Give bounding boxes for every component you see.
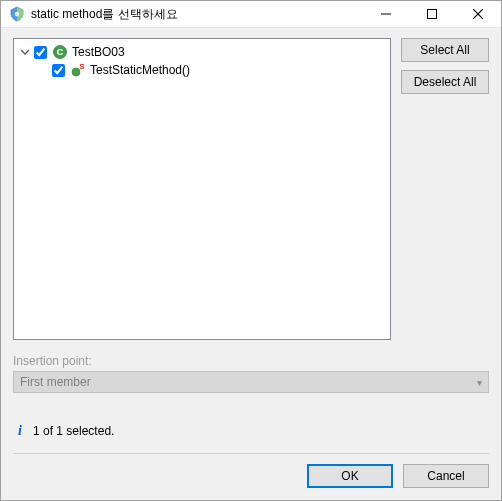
insertion-point-value: First member — [20, 375, 91, 389]
info-icon: i — [13, 423, 27, 439]
footer-buttons: OK Cancel — [13, 464, 489, 488]
expand-toggle[interactable] — [18, 45, 32, 59]
tree-node-checkbox[interactable] — [52, 64, 65, 77]
close-icon — [473, 9, 483, 19]
window-controls — [363, 1, 501, 27]
ok-button[interactable]: OK — [307, 464, 393, 488]
maximize-icon — [427, 9, 437, 19]
divider — [13, 453, 489, 454]
dialog-window: static method를 선택하세요 C — [0, 0, 502, 501]
method-static-icon: S — [70, 62, 86, 78]
insertion-point-label: Insertion point: — [13, 354, 489, 368]
window-title: static method를 선택하세요 — [31, 6, 363, 23]
svg-text:S: S — [79, 62, 85, 71]
tree-panel[interactable]: C TestBO03 S TestStaticMethod() — [13, 38, 391, 340]
deselect-all-button[interactable]: Deselect All — [401, 70, 489, 94]
close-button[interactable] — [455, 1, 501, 27]
status-row: i 1 of 1 selected. — [13, 423, 489, 439]
maximize-button[interactable] — [409, 1, 455, 27]
chevron-down-icon: ▾ — [477, 377, 482, 388]
tree-node-checkbox[interactable] — [34, 46, 47, 59]
svg-text:C: C — [57, 47, 64, 57]
status-text: 1 of 1 selected. — [33, 424, 114, 438]
tree-node-label: TestBO03 — [70, 45, 127, 59]
upper-row: C TestBO03 S TestStaticMethod() — [13, 38, 489, 340]
tree-node-label: TestStaticMethod() — [88, 63, 192, 77]
class-icon: C — [52, 44, 68, 60]
tree-node-class[interactable]: C TestBO03 — [16, 43, 388, 61]
dialog-body: C TestBO03 S TestStaticMethod() — [1, 28, 501, 500]
minimize-icon — [381, 9, 391, 19]
chevron-down-icon — [20, 47, 30, 57]
insertion-point-combo: First member ▾ — [13, 371, 489, 393]
titlebar: static method를 선택하세요 — [1, 1, 501, 28]
minimize-button[interactable] — [363, 1, 409, 27]
side-buttons: Select All Deselect All — [401, 38, 489, 340]
tree-node-method[interactable]: S TestStaticMethod() — [16, 61, 388, 79]
app-icon — [9, 6, 25, 22]
svg-rect-2 — [428, 10, 437, 19]
svg-point-0 — [15, 12, 20, 17]
select-all-button[interactable]: Select All — [401, 38, 489, 62]
insertion-point-section: Insertion point: First member ▾ — [13, 354, 489, 393]
cancel-button[interactable]: Cancel — [403, 464, 489, 488]
